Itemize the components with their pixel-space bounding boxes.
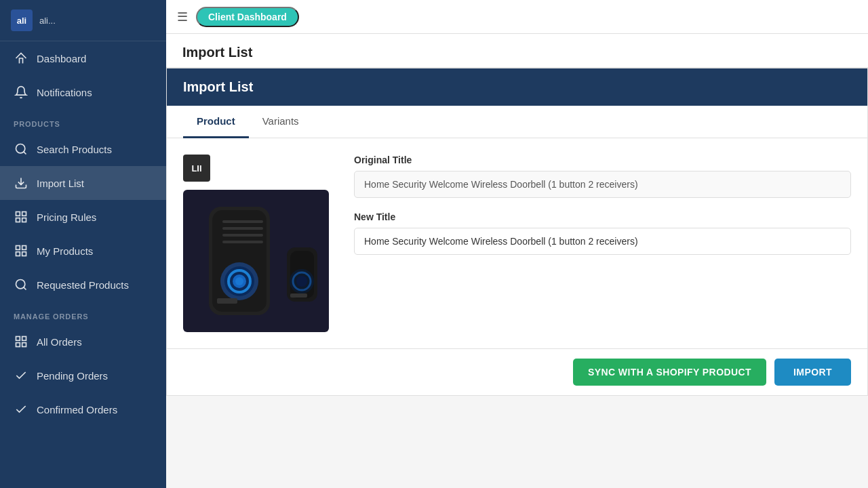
sidebar-item-label: Pricing Rules [37,211,96,223]
page-header: Import List [166,34,868,68]
section-orders-label: MANAGE ORDERS [0,302,166,325]
sidebar-item-import-list[interactable]: Import List [0,166,166,200]
page-title: Import List [182,45,852,60]
svg-rect-21 [222,234,263,237]
tab-product[interactable]: Product [183,106,249,138]
sidebar-item-label: Confirmed Orders [37,404,117,415]
sidebar-item-confirmed-orders[interactable]: Confirmed Orders [0,392,166,426]
grid-icon [14,209,28,224]
svg-rect-34 [290,293,307,298]
sidebar-item-all-orders[interactable]: All Orders [0,325,166,359]
new-title-group: New Title [354,211,851,255]
sidebar-logo: ali ali... [0,0,166,41]
product-image-area: LII [183,155,332,332]
sidebar-item-label: Dashboard [37,53,86,64]
sidebar-item-my-products[interactable]: My Products [0,234,166,268]
grid3-icon [14,334,28,349]
original-title-group: Original Title [354,155,851,198]
svg-rect-13 [16,337,20,341]
section-products-label: PRODUCTS [0,109,166,132]
product-fields: Original Title New Title [354,155,851,332]
new-title-label: New Title [354,211,851,222]
home-icon [14,51,28,66]
main-content: ☰ Client Dashboard Import List Import Li… [166,0,868,488]
svg-rect-14 [22,337,26,341]
import-list-card-title: Import List [183,79,253,94]
sidebar-item-label: Pending Orders [37,370,108,382]
sidebar-item-label: Import List [37,178,84,189]
svg-line-1 [24,152,26,155]
svg-rect-3 [16,212,20,216]
svg-rect-5 [16,218,20,222]
svg-rect-33 [217,298,237,304]
search2-icon [14,277,28,292]
import-button[interactable]: IMPORT [774,359,851,386]
sidebar-item-label: Search Products [37,144,112,155]
sidebar-item-label: Notifications [37,87,92,98]
svg-point-27 [235,277,243,285]
check-icon [14,368,28,383]
original-title-input[interactable] [354,171,851,198]
sidebar: ali ali... Dashboard Notifications PRODU… [0,0,166,488]
svg-point-0 [16,144,25,153]
svg-rect-20 [222,227,263,230]
svg-point-32 [296,276,307,287]
product-thumb: LII [183,155,210,182]
svg-rect-7 [16,246,20,250]
sidebar-item-dashboard[interactable]: Dashboard [0,41,166,75]
sidebar-item-label: My Products [37,245,93,257]
sidebar-item-label: All Orders [37,336,82,348]
svg-rect-4 [22,212,26,216]
svg-rect-6 [22,218,26,222]
original-title-label: Original Title [354,155,851,165]
footer-bar: SYNC WITH A SHOPIFY PRODUCT IMPORT [167,348,867,395]
client-dashboard-button[interactable]: Client Dashboard [196,7,299,27]
bell-icon [14,85,28,100]
sync-shopify-button[interactable]: SYNC WITH A SHOPIFY PRODUCT [573,359,766,386]
sidebar-item-pricing-rules[interactable]: Pricing Rules [0,200,166,234]
tabs-bar: Product Variants [167,106,867,138]
svg-rect-15 [16,343,20,347]
product-form-area: LII [167,138,867,348]
sidebar-item-pending-orders[interactable]: Pending Orders [0,359,166,392]
hamburger-icon[interactable]: ☰ [177,9,188,24]
import-icon [14,176,28,190]
sidebar-item-search-products[interactable]: Search Products [0,132,166,166]
sidebar-item-notifications[interactable]: Notifications [0,75,166,109]
logo-text: ali... [39,16,56,26]
import-list-card-header: Import List [167,68,867,106]
logo-box: ali [11,9,33,31]
svg-rect-19 [222,220,263,223]
svg-rect-16 [22,343,26,347]
content-area: Import List Product Variants LII [166,68,868,488]
import-list-card: Import List Product Variants LII [166,68,868,396]
topbar: ☰ Client Dashboard [166,0,868,34]
product-image [183,190,329,332]
svg-rect-9 [16,252,20,256]
sidebar-item-requested-products[interactable]: Requested Products [0,268,166,302]
svg-line-12 [24,287,26,290]
new-title-input[interactable] [354,228,851,255]
tab-variants[interactable]: Variants [249,106,313,138]
svg-rect-10 [22,252,26,256]
svg-point-11 [16,280,25,289]
svg-rect-22 [222,241,263,243]
search-icon [14,142,28,157]
check2-icon [14,402,28,417]
svg-rect-8 [22,246,26,250]
sidebar-item-label: Requested Products [37,279,129,291]
grid2-icon [14,243,28,258]
